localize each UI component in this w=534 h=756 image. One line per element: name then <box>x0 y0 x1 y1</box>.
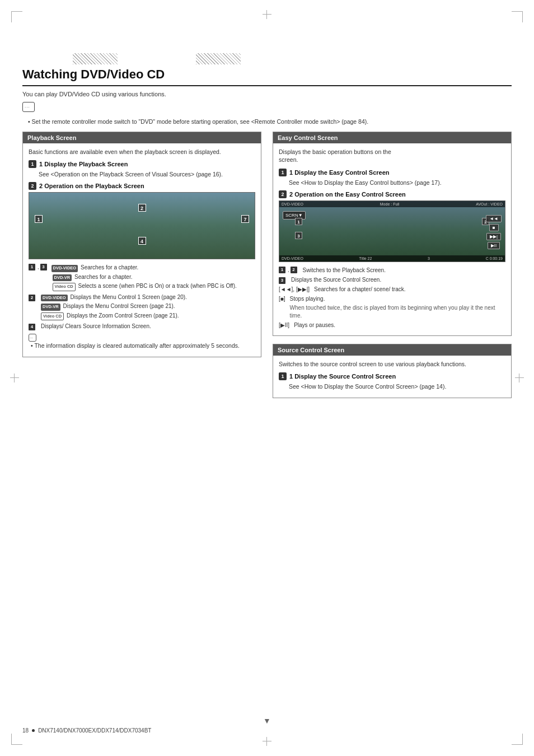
easy-control-body: Displays the basic operation buttons on … <box>273 143 511 335</box>
crosshair-top <box>263 10 271 19</box>
easy-footer-3: 3 <box>428 256 430 260</box>
easy-op-stop-note: When touched twice, the disc is played f… <box>290 304 505 320</box>
source-control-section: Source Control Screen Switches to the so… <box>273 344 512 398</box>
crosshair-right <box>515 374 524 382</box>
easy-op-play-text: Plays or pauses. <box>294 321 505 329</box>
easy-forward-symbol: [▶▶|] <box>296 286 310 292</box>
easy-control-header: Easy Control Screen <box>273 132 511 143</box>
badge-dvd-video-2: DVD-VIDEO <box>41 295 68 302</box>
source-sub1-text: See <How to Display the Source Control S… <box>289 382 505 391</box>
easy-ctrl-buttons: ◄◄ ■ ▶▶| ▶II <box>486 215 502 249</box>
op-row-1: 1 , 3 DVD-VIDEO Searches for a chapter. … <box>29 264 255 291</box>
note-row <box>29 334 255 342</box>
playback-screen-image: 1 2 4 7 <box>29 192 255 259</box>
easy-op-stop-text: Stops playing. <box>290 295 505 303</box>
op-row-2: 2 DVD-VIDEO Displays the Menu Control 1 … <box>29 293 255 321</box>
easy-rewind-symbol: [◄◄] <box>279 286 293 292</box>
op2-dvdvr-text: Displays the Menu Control Screen (page 2… <box>63 303 175 309</box>
page-footer: 18 DNX7140/DNX7000EX/DDX714/DDX7034BT <box>22 727 512 734</box>
easy-num-badge-2: 2 <box>279 190 287 198</box>
easy-img-num-1: 1 <box>295 218 302 225</box>
easy-op-search-text: Searches for a chapter/ scene/ track. <box>314 286 505 293</box>
easy-sub2-label: 2 Operation on the Easy Control Screen <box>289 191 406 198</box>
easy-header-mode: Mode : Full <box>380 202 400 206</box>
easy-control-section: Easy Control Screen Displays the basic o… <box>273 132 512 336</box>
easy-image-footer: DVD-VIDEO Title 22 3 C 0:00:19 <box>279 255 505 262</box>
crosshair-bottom <box>263 737 271 746</box>
easy-sub1-label: 1 Display the Easy Control Screen <box>289 169 390 176</box>
easy-op-search: [◄◄], [▶▶|] Searches for a chapter/ scen… <box>279 286 505 293</box>
easy-header-right: AVOut : VIDEO <box>476 202 503 206</box>
two-column-layout: Playback Screen Basic functions are avai… <box>22 132 512 406</box>
op1-dvdvr-text: Searches for a chapter. <box>74 274 132 280</box>
easy-num-badge-1: 1 <box>279 169 287 176</box>
left-column: Playback Screen Basic functions are avai… <box>22 132 261 406</box>
easy-sub2-heading: 2 2 Operation on the Easy Control Screen <box>279 190 505 198</box>
page-subtitle: You can play DVD/Video CD using various … <box>22 91 512 97</box>
easy-op-stop: [■] Stops playing. When touched twice, t… <box>279 295 505 320</box>
hatch-decoration-left <box>73 53 118 64</box>
easy-play-symbol: [▶II] <box>279 322 289 328</box>
corner-mark-tl <box>11 11 22 22</box>
page-title: Watching DVD/Video CD <box>22 67 512 86</box>
page-number: 18 <box>22 727 29 734</box>
playback-sub1-label: 1 Display the Playback Screen <box>39 161 128 167</box>
badge-dvd-vr-1: DVD-VR <box>53 274 72 282</box>
easy-op-play: [▶II] Plays or pauses. <box>279 321 505 329</box>
playback-sub1-heading: 1 1 Display the Playback Screen <box>29 160 255 168</box>
easy-footer-title: Title 22 <box>359 256 372 260</box>
op-row-4: 4 Displays/ Clears Source Information Sc… <box>29 323 255 330</box>
op4-text: Displays/ Clears Source Information Scre… <box>41 323 151 329</box>
op1-num-1: 1 <box>29 264 35 270</box>
img-num-4: 4 <box>138 237 146 245</box>
source-control-desc: Switches to the source control screen to… <box>279 360 505 368</box>
source-sub1-heading: 1 1 Display the Source Control Screen <box>279 372 505 380</box>
easy-img-num-3: 3 <box>295 232 302 239</box>
note-text: The information display is cleared autom… <box>31 342 255 350</box>
easy-op-num-2: 2 <box>291 267 297 273</box>
easy-op-1-2: 1 , 2 Switches to the Playback Screen. <box>279 267 505 274</box>
op1-videocd-text: Selects a scene (when PBC is On) or a tr… <box>78 283 237 289</box>
easy-footer-left: DVD-VIDEO <box>282 256 303 260</box>
easy-image-header: DVD-VIDEO Mode : Full AVOut : VIDEO <box>279 201 505 207</box>
playback-screen-header: Playback Screen <box>23 132 261 143</box>
page-content: Watching DVD/Video CD You can play DVD/V… <box>22 67 512 406</box>
easy-op-1-2-text: Switches to the Playback Screen. <box>303 267 505 274</box>
op4-num: 4 <box>29 324 35 330</box>
op1-dvdvideo-text: Searches for a chapter. <box>81 264 138 270</box>
playback-desc: Basic functions are available even when … <box>29 148 255 156</box>
corner-mark-tr <box>512 11 523 22</box>
bottom-arrow: ▼ <box>263 716 271 725</box>
op2-num: 2 <box>29 295 35 301</box>
source-sub1-label: 1 Display the Source Control Screen <box>289 373 396 380</box>
num-badge-1: 1 <box>29 160 36 168</box>
img-num-1: 1 <box>35 215 43 223</box>
img-num-7: 7 <box>241 215 249 223</box>
easy-sub1-text: See <How to Display the Easy Control but… <box>289 179 505 187</box>
playback-sub2-heading: 2 2 Operation on the Playback Screen <box>29 182 255 190</box>
playback-sub1-text: See <Operation on the Playback Screen of… <box>39 170 255 179</box>
footer-dot <box>32 729 35 732</box>
op2-dvdvideo-text: Displays the Menu Control 1 Screen (page… <box>70 294 186 300</box>
playback-screen-body: Basic functions are available even when … <box>23 143 261 357</box>
badge-dvd-video-1: DVD-VIDEO <box>51 265 78 272</box>
source-control-body: Switches to the source control screen to… <box>273 356 511 398</box>
crosshair-left <box>10 374 19 382</box>
num-badge-2: 2 <box>29 182 36 190</box>
easy-stop-symbol: [■] <box>279 296 285 302</box>
easy-header-left: DVD-VIDEO <box>282 202 303 206</box>
easy-op-num-1: 1 <box>279 267 285 273</box>
easy-op-num-3: 3 <box>279 277 285 284</box>
easy-footer-time: C 0:00:19 <box>486 256 503 260</box>
badge-dvd-vr-2: DVD-VR <box>41 304 60 311</box>
easy-control-image: DVD-VIDEO Mode : Full AVOut : VIDEO SCRN… <box>279 200 505 262</box>
easy-op-3: 3 Displays the Source Control Screen. <box>279 276 505 284</box>
corner-mark-br <box>512 734 523 745</box>
hatch-decoration-right <box>196 53 241 64</box>
op1-num-3: 3 <box>40 264 47 270</box>
op2-videocd-text: Displays the Zoom Control Screen (page 2… <box>67 312 179 319</box>
note-icon <box>29 334 36 342</box>
badge-videocd-2: Video CD <box>41 312 64 321</box>
badge-videocd-1: Video CD <box>53 283 76 291</box>
source-num-badge-1: 1 <box>279 372 287 380</box>
